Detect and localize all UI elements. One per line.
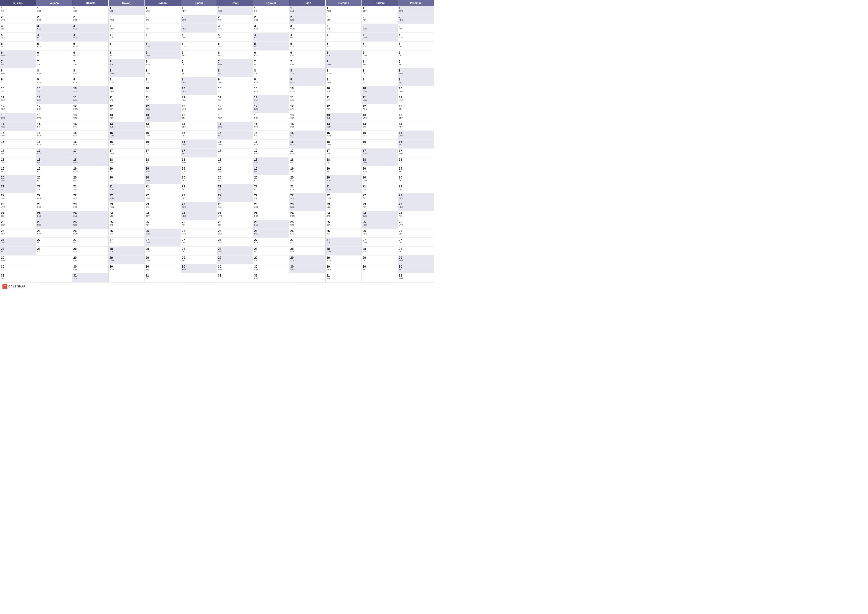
day-number: 14 <box>37 122 71 126</box>
day-name: PET <box>399 126 433 128</box>
day-number: 6 <box>37 51 71 54</box>
day-cell-m1-d11: 11NED <box>36 95 72 104</box>
day-cell-m6-d10: 10UTO <box>217 86 253 95</box>
day-number: 29 <box>254 256 288 260</box>
day-number: 20 <box>254 176 288 179</box>
day-number: 16 <box>73 140 107 144</box>
day-number: 6 <box>399 51 433 54</box>
day-number: 25 <box>110 220 144 224</box>
day-name: PET <box>290 250 324 253</box>
day-cell-m11-d6: 6ČET <box>398 51 434 59</box>
day-name: SRI <box>182 117 216 119</box>
day-number: 16 <box>327 140 361 144</box>
day-name: UTO <box>363 242 397 244</box>
day-name: UTO <box>110 152 144 155</box>
day-cell-m8-d25: 25UTO <box>289 220 325 229</box>
day-number: 31 <box>399 274 433 277</box>
day-cell-m8-d4: 4UTO <box>289 33 325 42</box>
day-name: PON <box>399 90 433 93</box>
day-cell-m1-d7: 7SRI <box>36 59 72 68</box>
day-cell-m6-d7: 7SUB <box>217 59 253 68</box>
day-cell-m5-d29: 29PET <box>181 255 217 264</box>
day-cell-m10-d18: 18NED <box>362 157 398 166</box>
day-name: UTO <box>399 162 433 164</box>
day-name: UTO <box>110 90 144 93</box>
day-cell-m11-d17: 17PON <box>398 149 434 157</box>
day-name: NED <box>290 19 324 21</box>
day-cell-m11-d26: 26SRI <box>398 229 434 238</box>
day-number: 5 <box>290 42 324 45</box>
day-name: SRI <box>146 19 180 21</box>
day-number: 20 <box>1 176 35 179</box>
day-name: PET <box>73 81 107 84</box>
day-cell-m5-d9: 9SUB <box>181 77 217 86</box>
day-number: 17 <box>327 149 361 152</box>
day-name: ČET <box>327 224 361 226</box>
day-name: SRI <box>327 277 361 280</box>
day-cell-m1-d20: 20UTO <box>36 175 72 184</box>
day-number: 12 <box>37 104 71 108</box>
day-number: 21 <box>218 185 252 188</box>
day-name: UTO <box>37 242 71 244</box>
day-cell-m7-d3: 3PET <box>253 24 289 33</box>
day-cell-m5-d12: 12UTO <box>181 104 217 113</box>
day-name: PON <box>1 135 35 137</box>
day-number: 14 <box>363 122 397 126</box>
day-name: SUB <box>218 64 252 66</box>
day-name: SUB <box>146 108 180 110</box>
day-name: SUB <box>290 260 324 262</box>
day-cell-m7-d28: 28UTO <box>253 247 289 255</box>
day-name: ČET <box>218 233 252 235</box>
day-cell-m5-d30: 30SUB <box>181 264 217 273</box>
day-name: PON <box>182 224 216 226</box>
day-name: SUB <box>110 64 144 66</box>
logo-icon: 7 <box>3 284 8 289</box>
month-column-5: 1PET2SUB3NED4PON5UTO6SRI7ČET8PET9SUB10NE… <box>181 6 217 282</box>
day-cell-m9-d21: 21NED <box>326 184 361 193</box>
day-cell-m2-d25: 25NED <box>72 220 108 229</box>
day-cell-m4-d27: 27NED <box>145 238 181 247</box>
day-number: 2 <box>1 16 35 19</box>
day-cell-m10-d28: 28SRI <box>362 247 398 255</box>
day-name: SUB <box>290 10 324 12</box>
day-cell-m6-d30: 30PON <box>217 264 253 273</box>
day-cell-m1-d2: 2PET <box>36 15 72 24</box>
day-number: 11 <box>290 96 324 99</box>
day-number: 5 <box>327 42 361 45</box>
day-number: 8 <box>110 69 144 72</box>
day-cell-m9-d31: 31SRI <box>326 273 361 282</box>
day-name: ČET <box>37 135 71 137</box>
day-number: 23 <box>327 202 361 206</box>
day-cell-m8-d5: 5SRI <box>289 42 325 51</box>
day-cell-m0-d17: 17SRI <box>0 149 36 157</box>
day-cell-m1-d21: 21SRI <box>36 184 72 193</box>
day-name: NED <box>327 188 361 191</box>
day-number: 17 <box>399 149 433 152</box>
day-cell-m0-d30: 30UTO <box>0 264 36 273</box>
day-cell-m8-d13: 13ČET <box>289 113 325 122</box>
day-cell-m1-d14: 14SRI <box>36 122 72 131</box>
day-number: 28 <box>327 247 361 250</box>
day-name: PET <box>254 152 288 155</box>
day-cell-m6-d11: 11SRI <box>217 95 253 104</box>
day-number: 17 <box>363 149 397 152</box>
day-number: 25 <box>218 220 252 224</box>
day-cell-m10-d3: 3SUB <box>362 24 398 33</box>
day-cell-m11-d8: 8SUB <box>398 68 434 77</box>
day-name: PET <box>37 206 71 208</box>
day-number: 10 <box>327 87 361 90</box>
day-number: 23 <box>363 202 397 206</box>
day-number: 20 <box>399 176 433 179</box>
day-number: 10 <box>110 87 144 90</box>
day-number: 7 <box>110 60 144 64</box>
day-name: ČET <box>218 170 252 173</box>
day-name: SUB <box>37 28 71 30</box>
day-number: 20 <box>37 176 71 179</box>
day-cell-m7-d10: 10PET <box>253 86 289 95</box>
day-number: 12 <box>254 104 288 108</box>
day-name: NED <box>110 260 144 262</box>
day-name: ČET <box>1 99 35 101</box>
month-header-7: Kolovoz <box>253 0 289 6</box>
day-cell-m9-d3: 3SRI <box>326 24 361 33</box>
day-number: 6 <box>146 51 180 54</box>
